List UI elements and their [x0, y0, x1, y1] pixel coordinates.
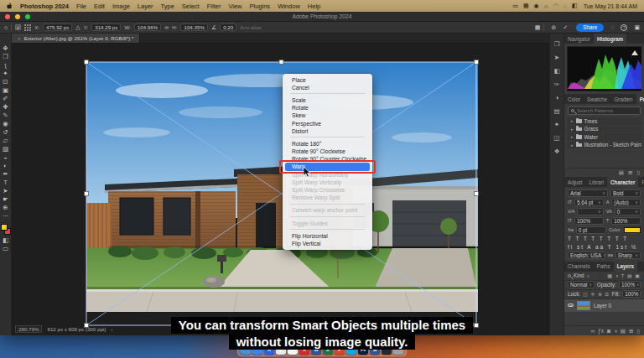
panel-tab[interactable]: Histogram: [594, 34, 626, 44]
panel-tab[interactable]: Paragr: [638, 177, 644, 187]
new-pattern-group-icon[interactable]: ▤: [619, 169, 624, 176]
menubar-item[interactable]: Help: [308, 3, 320, 10]
layer-name[interactable]: Layer 0: [594, 303, 611, 309]
document-tab[interactable]: × Exterior (After).jpg @ 261% (Layer 0, …: [12, 34, 140, 43]
tools-ellipsis[interactable]: ⋯: [3, 213, 9, 221]
path-select-tool[interactable]: ➤: [3, 188, 8, 195]
opacity-field[interactable]: 100%∨: [619, 281, 641, 288]
type-tool[interactable]: T: [3, 179, 8, 187]
baseline-shift-field[interactable]: 0 pt: [576, 226, 606, 234]
new-pattern-icon[interactable]: ⊞: [628, 169, 632, 176]
context-menu-item[interactable]: [290, 216, 365, 217]
cancel-transform-icon[interactable]: ⊘: [551, 24, 556, 31]
x-position-field[interactable]: 475.92 px: [43, 23, 72, 31]
panel-tab[interactable]: Adjust: [564, 177, 586, 187]
quick-selection-tool[interactable]: ✦: [3, 70, 8, 78]
layer-visibility-icon[interactable]: [568, 304, 574, 308]
context-menu-item[interactable]: [290, 229, 365, 230]
menubar-item[interactable]: Plugins: [250, 3, 271, 10]
reference-point-checkbox[interactable]: ✓: [15, 24, 21, 30]
menubar-item[interactable]: Edit: [94, 3, 105, 10]
menubar-item[interactable]: View: [228, 3, 242, 10]
layer-row[interactable]: Layer 0: [564, 299, 644, 312]
panel-tab[interactable]: Color: [564, 94, 584, 104]
search-icon[interactable]: ◌: [564, 3, 567, 9]
home-icon[interactable]: ⌂: [4, 24, 8, 30]
pattern-folder-row[interactable]: ▸ Grass: [567, 126, 641, 133]
panel-actions-icon[interactable]: ➤: [554, 54, 559, 61]
layer-thumbnail[interactable]: [577, 301, 590, 310]
y-position-field[interactable]: 314.29 px: [91, 23, 121, 31]
menubar-item[interactable]: Select: [182, 3, 200, 10]
marquee-tool[interactable]: ❒: [3, 54, 8, 61]
camera-icon[interactable]: ◉: [534, 3, 539, 9]
menubar-item[interactable]: Window: [278, 3, 300, 10]
apple-menu-icon[interactable]: [7, 3, 13, 9]
text-color-swatch[interactable]: [624, 227, 641, 233]
ctx-perspective[interactable]: Perspective: [285, 119, 370, 127]
hand-tool[interactable]: ☛: [3, 196, 8, 204]
zoom-window-button[interactable]: [25, 14, 30, 19]
panel-history-icon[interactable]: ❐: [554, 40, 560, 48]
clone-stamp-tool[interactable]: ◉: [3, 121, 8, 128]
reference-point-locator[interactable]: [24, 24, 31, 31]
leading-field[interactable]: (Auto)∨: [611, 199, 641, 206]
search-icon[interactable]: ◌: [610, 24, 614, 30]
frame-tool[interactable]: ▣: [3, 87, 8, 95]
delta-icon[interactable]: △: [75, 24, 80, 31]
height-field[interactable]: 104.35%: [180, 23, 207, 31]
horizontal-scale-field[interactable]: 100%: [611, 217, 641, 225]
ctx-scale[interactable]: Scale: [285, 96, 370, 104]
type-style-buttons[interactable]: T T T T T T T T: [568, 236, 641, 241]
ctx-rotate[interactable]: Rotate: [285, 104, 370, 112]
disclosure-triangle-icon[interactable]: ▸: [571, 118, 574, 123]
ctx-flip-vertical[interactable]: Flip Vertical: [285, 240, 370, 247]
ctx-rotate-90-cw[interactable]: Rotate 90° Clockwise: [285, 148, 370, 155]
ctx-split-warp-vertically[interactable]: Split Warp Vertically: [285, 179, 370, 186]
share-button[interactable]: Share: [576, 23, 604, 32]
ctx-split-warp-crosswise[interactable]: Split Warp Crosswise: [285, 186, 370, 194]
layer-filter-icons[interactable]: ▦ ◑ T ▤ ▣: [607, 272, 641, 278]
context-menu-item[interactable]: [290, 204, 365, 205]
minimize-window-button[interactable]: [15, 14, 20, 19]
panel-brushes-icon[interactable]: ✑: [554, 80, 559, 88]
lock-buttons[interactable]: ◫ ✛ ⊕ ◘: [583, 291, 609, 297]
panel-tab[interactable]: Gradien: [610, 94, 636, 104]
panel-tab[interactable]: Layers: [614, 262, 637, 272]
panel-adjustments-icon[interactable]: ◑: [555, 94, 559, 101]
eraser-tool[interactable]: ▱: [3, 137, 8, 145]
ctx-flip-horizontal[interactable]: Flip Horizontal: [285, 232, 370, 240]
commit-transform-icon[interactable]: ✓: [563, 24, 568, 31]
workspace-switcher-icon[interactable]: ▣: [634, 24, 640, 31]
tracking-field[interactable]: 0∨: [615, 208, 641, 215]
eyedropper-tool[interactable]: ✐: [3, 96, 8, 103]
font-family-select[interactable]: Arial∨: [568, 189, 608, 197]
pattern-search-box[interactable]: [568, 106, 641, 115]
ctx-remove-warp-split[interactable]: Remove Warp Split: [285, 194, 370, 201]
history-brush-tool[interactable]: ↺: [3, 129, 8, 137]
close-tab-icon[interactable]: ×: [18, 35, 21, 41]
control-center-icon[interactable]: ◧: [572, 3, 578, 9]
delete-pattern-icon[interactable]: ▯: [636, 169, 640, 176]
foreground-color-swatch[interactable]: [1, 224, 8, 231]
width-field[interactable]: 104.96%: [134, 23, 161, 31]
vertical-scale-field[interactable]: 100%: [574, 217, 604, 225]
pattern-folder-row[interactable]: ▸ Trees: [567, 117, 641, 125]
opentype-buttons[interactable]: fi st A aa T 1st ½: [568, 244, 641, 250]
font-size-field[interactable]: 5.64 pt∨: [574, 199, 604, 206]
ctx-convert-warp-anchor[interactable]: Convert warp anchor point: [285, 206, 370, 214]
ctx-warp[interactable]: Warp: [285, 163, 370, 170]
stage-manager-icon[interactable]: ▦: [523, 3, 529, 9]
panel-tab[interactable]: Character: [607, 177, 638, 187]
brush-tool[interactable]: ✎: [3, 112, 8, 120]
menubar-item[interactable]: Filter: [207, 3, 221, 10]
zoom-tool[interactable]: ⊕: [3, 205, 8, 212]
font-style-select[interactable]: Bold∨: [610, 189, 641, 197]
blur-tool[interactable]: ◒: [3, 154, 8, 162]
menubar-app-name[interactable]: Photoshop 2024: [20, 3, 69, 10]
pattern-search-input[interactable]: [577, 108, 637, 113]
panel-libraries-icon[interactable]: ▤: [553, 107, 559, 115]
screen-mode-icon[interactable]: ▭: [3, 246, 8, 253]
context-menu-item[interactable]: [290, 93, 365, 94]
pattern-folder-row[interactable]: ▸ Illustration - Sketch Painting ..: [567, 142, 641, 149]
